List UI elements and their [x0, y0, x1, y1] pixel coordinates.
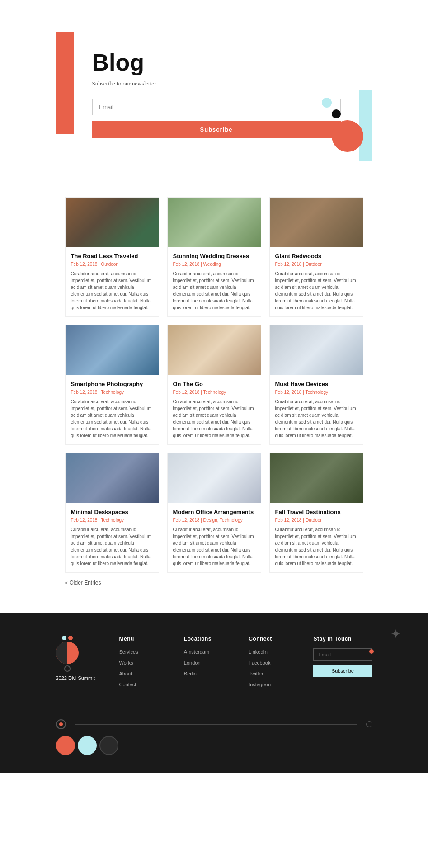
- blog-card-title: Stunning Wedding Dresses: [173, 253, 255, 259]
- footer-menu-heading: Menu: [119, 636, 170, 642]
- star-icon: ✦: [390, 627, 401, 642]
- footer-circle-cyan: [78, 736, 97, 755]
- footer-connect-link[interactable]: Facebook: [249, 660, 270, 665]
- blog-card-meta: Feb 12, 2018 | Outdoor: [71, 262, 153, 267]
- blog-card[interactable]: Minimal Deskspaces Feb 12, 2018 | Techno…: [65, 453, 159, 573]
- hero-title: Blog: [92, 50, 341, 75]
- footer-circle-coral: [56, 736, 75, 755]
- blog-card[interactable]: Smartphone Photography Feb 12, 2018 | Te…: [65, 325, 159, 445]
- blog-card-image: [270, 453, 363, 503]
- footer-subscribe-button[interactable]: Subscribe: [313, 665, 372, 677]
- footer-connect-item[interactable]: Instagram: [249, 681, 300, 688]
- blog-card-excerpt: Curabitur arcu erat, accumsan id imperdi…: [173, 526, 255, 567]
- footer-connect-list: LinkedInFacebookTwitterInstagram: [249, 648, 300, 688]
- blog-card-image: [270, 198, 363, 247]
- hero-email-input[interactable]: [92, 99, 341, 115]
- blog-grid: The Road Less Traveled Feb 12, 2018 | Ou…: [65, 197, 363, 573]
- blog-card-image: [168, 198, 261, 247]
- blog-card-body: Stunning Wedding Dresses Feb 12, 2018 | …: [168, 247, 261, 316]
- footer-menu-item[interactable]: Services: [119, 648, 170, 656]
- older-entries-link[interactable]: « Older Entries: [65, 580, 101, 586]
- blog-card-meta: Feb 12, 2018 | Wedding: [173, 262, 255, 267]
- footer-bottom-circle: [56, 719, 66, 729]
- blog-card-body: Minimal Deskspaces Feb 12, 2018 | Techno…: [66, 503, 159, 572]
- footer-location-link[interactable]: Amsterdam: [184, 649, 209, 655]
- blog-card-title: Smartphone Photography: [71, 381, 153, 387]
- blog-card-body: Giant Redwoods Feb 12, 2018 | Outdoor Cu…: [270, 247, 363, 316]
- hero-subtitle: Subscribe to our newsletter: [92, 80, 341, 87]
- footer-menu-link[interactable]: Services: [119, 649, 138, 655]
- blog-card-body: On The Go Feb 12, 2018 | Technology Cura…: [168, 375, 261, 444]
- footer-stay-col: Stay In Touch Subscribe: [313, 636, 372, 692]
- blog-card-title: Minimal Deskspaces: [71, 509, 153, 515]
- deco-coral-circle: [332, 120, 363, 152]
- footer-menu-item[interactable]: Contact: [119, 681, 170, 688]
- footer-location-item[interactable]: Berlin: [184, 670, 235, 677]
- footer-connect-link[interactable]: Twitter: [249, 671, 263, 676]
- blog-card-meta: Feb 12, 2018 | Technology: [173, 390, 255, 395]
- footer-connect-item[interactable]: LinkedIn: [249, 648, 300, 656]
- footer-menu-item[interactable]: Works: [119, 659, 170, 666]
- blog-card[interactable]: The Road Less Traveled Feb 12, 2018 | Ou…: [65, 197, 159, 317]
- footer-menu-item[interactable]: About: [119, 670, 170, 677]
- footer-menu-col: Menu ServicesWorksAboutContact: [119, 636, 170, 692]
- footer-circle-dark: [99, 736, 118, 755]
- blog-card[interactable]: Stunning Wedding Dresses Feb 12, 2018 | …: [167, 197, 261, 317]
- blog-card-body: The Road Less Traveled Feb 12, 2018 | Ou…: [66, 247, 159, 316]
- blog-card-meta: Feb 12, 2018 | Technology: [71, 390, 153, 395]
- footer-connect-col: Connect LinkedInFacebookTwitterInstagram: [249, 636, 300, 692]
- footer-location-link[interactable]: London: [184, 660, 201, 665]
- footer-bottom-dot-inner: [59, 722, 63, 726]
- footer-locations-list: AmsterdamLondonBerlin: [184, 648, 235, 677]
- blog-card-image: [66, 326, 159, 375]
- blog-card-meta: Feb 12, 2018 | Outdoor: [275, 262, 357, 267]
- footer-top: 2022 Divi Summit Menu ServicesWorksAbout…: [56, 636, 372, 692]
- footer-inner: 2022 Divi Summit Menu ServicesWorksAbout…: [56, 636, 372, 755]
- blog-card-excerpt: Curabitur arcu erat, accumsan id imperdi…: [71, 270, 153, 311]
- blog-card-excerpt: Curabitur arcu erat, accumsan id imperdi…: [173, 270, 255, 311]
- blog-card-title: On The Go: [173, 381, 255, 387]
- footer-email-input[interactable]: [313, 648, 372, 661]
- footer-circles-row: [56, 736, 372, 755]
- footer-logo-col: 2022 Divi Summit: [56, 636, 106, 692]
- hero-section: Blog Subscribe to our newsletter Subscri…: [0, 0, 428, 161]
- blog-card[interactable]: On The Go Feb 12, 2018 | Technology Cura…: [167, 325, 261, 445]
- blog-card-image: [168, 453, 261, 503]
- blog-card-meta: Feb 12, 2018 | Outdoor: [275, 518, 357, 523]
- footer-connect-link[interactable]: Instagram: [249, 682, 271, 687]
- blog-card-body: Smartphone Photography Feb 12, 2018 | Te…: [66, 375, 159, 444]
- blog-card-meta: Feb 12, 2018 | Technology: [71, 518, 153, 523]
- blog-card-meta: Feb 12, 2018 | Design, Technology: [173, 518, 255, 523]
- blog-card[interactable]: Must Have Devices Feb 12, 2018 | Technol…: [269, 325, 363, 445]
- blog-card[interactable]: Giant Redwoods Feb 12, 2018 | Outdoor Cu…: [269, 197, 363, 317]
- blog-card-body: Fall Travel Destinations Feb 12, 2018 | …: [270, 503, 363, 572]
- hero-inner: Blog Subscribe to our newsletter Subscri…: [56, 32, 372, 161]
- footer-location-item[interactable]: London: [184, 659, 235, 666]
- footer-menu-list: ServicesWorksAboutContact: [119, 648, 170, 688]
- footer-location-item[interactable]: Amsterdam: [184, 648, 235, 656]
- footer-connect-heading: Connect: [249, 636, 300, 642]
- blog-card-excerpt: Curabitur arcu erat, accumsan id imperdi…: [275, 270, 357, 311]
- blog-card-title: Fall Travel Destinations: [275, 509, 357, 515]
- footer-bottom: [56, 710, 372, 729]
- footer-menu-link[interactable]: Works: [119, 660, 133, 665]
- blog-card-body: Modern Office Arrangements Feb 12, 2018 …: [168, 503, 261, 572]
- footer-locations-col: Locations AmsterdamLondonBerlin: [184, 636, 235, 692]
- footer-connect-link[interactable]: LinkedIn: [249, 649, 268, 655]
- blog-card-title: The Road Less Traveled: [71, 253, 153, 259]
- blog-card-excerpt: Curabitur arcu erat, accumsan id imperdi…: [275, 526, 357, 567]
- hero-subscribe-button[interactable]: Subscribe: [92, 121, 341, 138]
- footer-connect-item[interactable]: Twitter: [249, 670, 300, 677]
- footer-connect-item[interactable]: Facebook: [249, 659, 300, 666]
- blog-card[interactable]: Modern Office Arrangements Feb 12, 2018 …: [167, 453, 261, 573]
- footer-brand: 2022 Divi Summit: [56, 675, 95, 681]
- logo-dot-coral: [68, 636, 73, 640]
- footer-menu-link[interactable]: Contact: [119, 682, 136, 687]
- logo-dot-bottom: [64, 665, 71, 672]
- blog-card[interactable]: Fall Travel Destinations Feb 12, 2018 | …: [269, 453, 363, 573]
- older-entries[interactable]: « Older Entries: [65, 573, 363, 599]
- deco-black-circle: [332, 109, 341, 118]
- footer-menu-link[interactable]: About: [119, 671, 132, 676]
- footer-location-link[interactable]: Berlin: [184, 671, 197, 676]
- footer-deco-dot: [369, 649, 374, 654]
